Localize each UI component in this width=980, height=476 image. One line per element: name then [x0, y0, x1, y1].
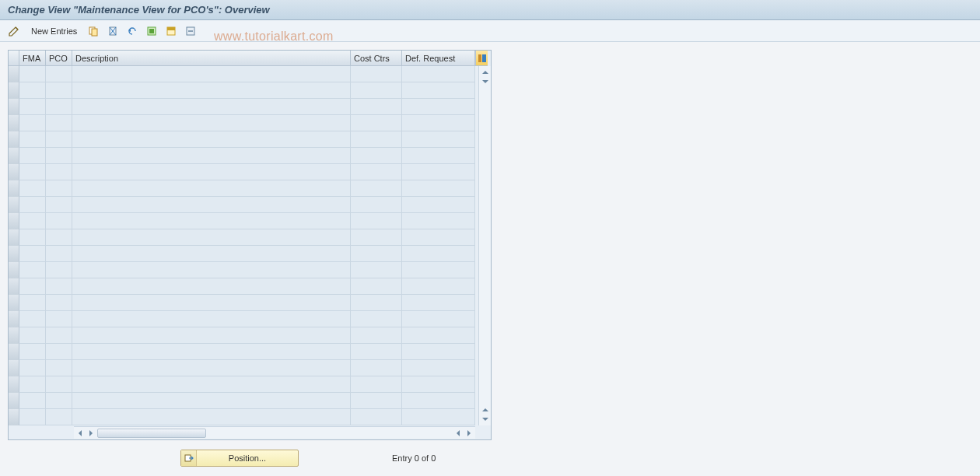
row-handle[interactable] [9, 393, 19, 409]
vertical-scrollbar[interactable] [478, 66, 491, 425]
scroll-down-icon[interactable] [481, 415, 490, 424]
cell-def-request[interactable] [402, 82, 475, 99]
cell-description[interactable] [72, 164, 351, 180]
cell-fma[interactable] [19, 311, 46, 327]
cell-cost-ctrs[interactable] [351, 360, 402, 376]
cell-description[interactable] [72, 360, 351, 376]
cell-def-request[interactable] [402, 278, 475, 295]
table-row[interactable] [9, 164, 478, 180]
cell-pco[interactable] [46, 213, 72, 229]
cell-def-request[interactable] [402, 180, 475, 197]
table-row[interactable] [9, 213, 478, 229]
cell-pco[interactable] [46, 360, 72, 376]
cell-description[interactable] [72, 262, 351, 278]
table-row[interactable] [9, 148, 478, 164]
cell-fma[interactable] [19, 197, 46, 213]
cell-cost-ctrs[interactable] [351, 344, 402, 360]
cell-pco[interactable] [46, 197, 72, 213]
cell-pco[interactable] [46, 311, 72, 327]
cell-def-request[interactable] [402, 148, 475, 164]
row-handle[interactable] [9, 311, 19, 327]
cell-description[interactable] [72, 278, 351, 295]
table-row[interactable] [9, 393, 478, 409]
table-row[interactable] [9, 376, 478, 393]
cell-def-request[interactable] [402, 246, 475, 262]
cell-cost-ctrs[interactable] [351, 197, 402, 213]
cell-cost-ctrs[interactable] [351, 393, 402, 409]
cell-description[interactable] [72, 393, 351, 409]
cell-description[interactable] [72, 66, 351, 82]
cell-fma[interactable] [19, 229, 46, 246]
table-row[interactable] [9, 262, 478, 278]
cell-cost-ctrs[interactable] [351, 164, 402, 180]
cell-cost-ctrs[interactable] [351, 66, 402, 82]
cell-cost-ctrs[interactable] [351, 115, 402, 131]
delete-button[interactable] [104, 23, 121, 39]
cell-fma[interactable] [19, 246, 46, 262]
cell-description[interactable] [72, 99, 351, 115]
table-row[interactable] [9, 115, 478, 131]
cell-cost-ctrs[interactable] [351, 148, 402, 164]
cell-pco[interactable] [46, 82, 72, 99]
select-block-button[interactable] [163, 23, 180, 39]
cell-def-request[interactable] [402, 229, 475, 246]
row-handle[interactable] [9, 229, 19, 246]
select-all-button[interactable] [143, 23, 160, 39]
cell-fma[interactable] [19, 360, 46, 376]
cell-def-request[interactable] [402, 295, 475, 311]
cell-fma[interactable] [19, 262, 46, 278]
cell-def-request[interactable] [402, 344, 475, 360]
cell-fma[interactable] [19, 148, 46, 164]
cell-cost-ctrs[interactable] [351, 131, 402, 148]
table-row[interactable] [9, 66, 478, 82]
row-handle[interactable] [9, 164, 19, 180]
scroll-right-icon[interactable] [464, 429, 474, 438]
scroll-down-icon[interactable] [481, 77, 490, 86]
cell-fma[interactable] [19, 344, 46, 360]
row-handle[interactable] [9, 197, 19, 213]
cell-cost-ctrs[interactable] [351, 99, 402, 115]
cell-cost-ctrs[interactable] [351, 213, 402, 229]
cell-description[interactable] [72, 376, 351, 393]
undo-button[interactable] [124, 23, 141, 39]
copy-as-button[interactable] [85, 23, 102, 39]
cell-fma[interactable] [19, 393, 46, 409]
table-row[interactable] [9, 82, 478, 99]
cell-def-request[interactable] [402, 262, 475, 278]
new-entries-button[interactable]: New Entries [26, 23, 82, 39]
col-header-def-request[interactable]: Def. Request [402, 51, 475, 66]
cell-cost-ctrs[interactable] [351, 180, 402, 197]
cell-fma[interactable] [19, 99, 46, 115]
cell-description[interactable] [72, 213, 351, 229]
row-handle[interactable] [9, 295, 19, 311]
scroll-left-icon[interactable] [75, 429, 85, 438]
cell-cost-ctrs[interactable] [351, 327, 402, 344]
cell-description[interactable] [72, 180, 351, 197]
cell-pco[interactable] [46, 327, 72, 344]
table-row[interactable] [9, 246, 478, 262]
row-handle[interactable] [9, 360, 19, 376]
cell-cost-ctrs[interactable] [351, 246, 402, 262]
cell-fma[interactable] [19, 213, 46, 229]
row-handle[interactable] [9, 344, 19, 360]
row-handle[interactable] [9, 376, 19, 393]
cell-fma[interactable] [19, 180, 46, 197]
cell-description[interactable] [72, 327, 351, 344]
cell-pco[interactable] [46, 376, 72, 393]
row-handle[interactable] [9, 246, 19, 262]
cell-pco[interactable] [46, 393, 72, 409]
col-header-pco[interactable]: PCO [46, 51, 72, 66]
table-row[interactable] [9, 99, 478, 115]
cell-pco[interactable] [46, 409, 72, 425]
row-handle[interactable] [9, 278, 19, 295]
table-row[interactable] [9, 344, 478, 360]
col-header-fma[interactable]: FMA [19, 51, 46, 66]
cell-cost-ctrs[interactable] [351, 295, 402, 311]
table-row[interactable] [9, 180, 478, 197]
scroll-right-icon[interactable] [86, 429, 96, 438]
col-header-description[interactable]: Description [72, 51, 351, 66]
cell-fma[interactable] [19, 66, 46, 82]
table-row[interactable] [9, 229, 478, 246]
cell-fma[interactable] [19, 327, 46, 344]
cell-fma[interactable] [19, 164, 46, 180]
